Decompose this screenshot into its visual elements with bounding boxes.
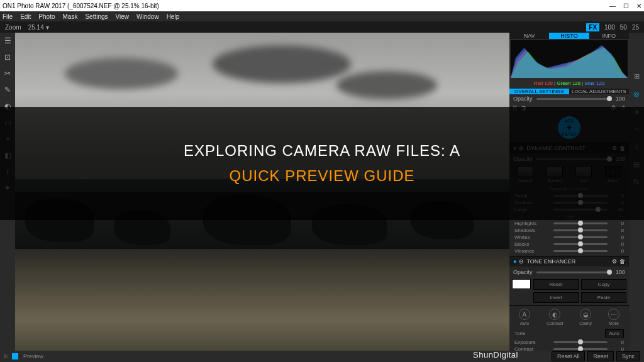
preset-more[interactable]: ⌄More bbox=[605, 166, 621, 183]
te-opacity-slider[interactable] bbox=[536, 272, 612, 273]
te-gear-icon[interactable]: ⚙ bbox=[612, 258, 617, 265]
tool-rect-icon[interactable]: ▭ bbox=[2, 117, 13, 128]
zoom-50[interactable]: 50 bbox=[620, 24, 627, 31]
menu-view[interactable]: View bbox=[116, 13, 130, 20]
dc2-slider-4[interactable] bbox=[553, 250, 608, 252]
maximize-icon[interactable]: ☐ bbox=[623, 3, 629, 9]
tab-info[interactable]: INFO bbox=[589, 33, 629, 39]
dc2-slider-1[interactable] bbox=[553, 229, 608, 231]
preset-surreal[interactable]: Surreal bbox=[547, 166, 563, 183]
reset-icon[interactable]: ↺ bbox=[620, 104, 625, 111]
zoom-25[interactable]: 25 bbox=[632, 24, 639, 31]
tab-histo[interactable]: HISTO bbox=[549, 33, 589, 39]
rgb-readout: Red 128 | Green 128 | Blue 128 bbox=[509, 79, 629, 87]
dc2-value-4: 0 bbox=[611, 248, 624, 254]
softproof-icon[interactable]: ⎚ bbox=[4, 353, 7, 359]
te-expand-icon[interactable]: ⊖ bbox=[519, 258, 524, 265]
tool-target-icon[interactable]: ⌖ bbox=[2, 133, 13, 145]
mask-view-icon[interactable]: ◑ bbox=[521, 104, 526, 111]
filter-label: FILTER bbox=[562, 132, 577, 136]
tool-effects-icon[interactable]: ✦ bbox=[2, 182, 13, 194]
tone-enhancer-header[interactable]: ● ⊖ TONE ENHANCER ⚙ 🗑 bbox=[509, 256, 629, 266]
filter-delete-icon[interactable]: 🗑 bbox=[619, 145, 625, 151]
menu-window[interactable]: Window bbox=[136, 13, 159, 20]
zoom-label: Zoom bbox=[5, 24, 21, 31]
menu-photo[interactable]: Photo bbox=[38, 13, 55, 20]
menu-settings[interactable]: Settings bbox=[85, 13, 108, 20]
image-canvas[interactable] bbox=[15, 33, 509, 351]
tool-brush-icon[interactable]: ✎ bbox=[2, 84, 13, 96]
zoom-value[interactable]: 25.14 bbox=[28, 24, 44, 31]
toggle-on-icon[interactable]: ● bbox=[513, 145, 516, 151]
te-toggle-icon[interactable]: ● bbox=[513, 258, 516, 265]
save-preset-icon[interactable]: ⎘ bbox=[513, 104, 517, 111]
dc2-slider-3[interactable] bbox=[553, 243, 608, 245]
zoom-100[interactable]: 100 bbox=[604, 24, 615, 31]
reset-all-button[interactable]: Reset All bbox=[552, 351, 586, 361]
reset-bottom-button[interactable]: Reset bbox=[587, 351, 614, 361]
tone-label-0: Exposure bbox=[514, 339, 550, 345]
tone-slider-0[interactable] bbox=[553, 341, 608, 343]
dc1-slider-2[interactable] bbox=[553, 209, 608, 211]
plus-icon: + bbox=[567, 123, 572, 132]
tab-local-adjustments[interactable]: LOCAL ADJUSTMENTS bbox=[569, 89, 629, 94]
module-layers-icon[interactable]: ⬗ bbox=[631, 106, 642, 117]
sync-button[interactable]: Sync bbox=[616, 351, 640, 361]
dc1-value-1: 0 bbox=[611, 200, 624, 206]
quick-contrast[interactable]: ◐Contrast bbox=[547, 309, 563, 326]
overall-opacity-slider[interactable] bbox=[536, 98, 612, 100]
expand-icon[interactable]: ⊖ bbox=[519, 145, 524, 151]
tab-nav[interactable]: NAV bbox=[509, 33, 549, 39]
copy-button[interactable]: Copy bbox=[581, 279, 626, 290]
tab-overall-settings[interactable]: OVERALL SETTINGS bbox=[509, 89, 569, 94]
filter-gear-icon[interactable]: ⚙ bbox=[612, 145, 617, 151]
dc2-slider-2[interactable] bbox=[553, 236, 608, 238]
invert-button[interactable]: Invert bbox=[533, 292, 579, 303]
quick-auto[interactable]: AAuto bbox=[519, 309, 530, 326]
tone-slider-1[interactable] bbox=[553, 348, 608, 350]
module-portrait-icon[interactable]: ⍉ bbox=[631, 141, 642, 152]
menu-file[interactable]: File bbox=[3, 13, 13, 20]
dc1-slider-0[interactable] bbox=[553, 195, 608, 197]
module-develop-icon[interactable]: ◎ bbox=[631, 88, 642, 99]
dynamic-contrast-header[interactable]: ● ⊖ DYNAMIC CONTRAST ⚙ 🗑 bbox=[509, 143, 629, 153]
fx-badge[interactable]: FX bbox=[586, 23, 599, 31]
reset-button[interactable]: Reset bbox=[533, 279, 579, 290]
module-browse-icon[interactable]: ⊞ bbox=[631, 70, 642, 82]
tool-mask-icon[interactable]: ◐ bbox=[2, 101, 13, 112]
tool-line-icon[interactable]: / bbox=[2, 166, 13, 177]
paste-button[interactable]: Paste bbox=[581, 292, 626, 303]
tool-trim-icon[interactable]: ✂ bbox=[2, 68, 13, 79]
menu-mask[interactable]: Mask bbox=[63, 13, 78, 20]
close-icon[interactable]: ✕ bbox=[636, 3, 641, 9]
preset-natural[interactable]: Natural bbox=[517, 166, 533, 183]
dynamic-contrast-title: DYNAMIC CONTRAST bbox=[526, 145, 586, 151]
preview-checkbox[interactable] bbox=[12, 353, 18, 359]
settings-gear-icon[interactable]: ⚙ bbox=[611, 104, 616, 111]
tool-gradient-icon[interactable]: ◧ bbox=[2, 150, 13, 161]
dc-opacity-slider[interactable] bbox=[536, 158, 612, 160]
menu-edit[interactable]: Edit bbox=[20, 13, 31, 20]
zoom-dropdown-icon[interactable]: ▾ bbox=[46, 24, 49, 31]
tone-enhancer-title: TONE ENHANCER bbox=[526, 258, 575, 265]
quick-more[interactable]: ⋯More bbox=[608, 309, 619, 326]
preset-soft[interactable]: Soft bbox=[575, 166, 592, 183]
module-effects-icon[interactable]: ✧ bbox=[631, 123, 642, 134]
tool-crop-icon[interactable]: ⊡ bbox=[2, 52, 13, 63]
dc1-slider-1[interactable] bbox=[553, 202, 608, 204]
module-resize-icon[interactable]: ▤ bbox=[631, 158, 642, 170]
module-fx-icon[interactable]: fx bbox=[631, 176, 642, 187]
dc2-value-2: 0 bbox=[611, 234, 624, 240]
overall-opacity-value: 100 bbox=[616, 96, 625, 102]
dc-opacity-label: Opacity bbox=[513, 156, 533, 162]
tool-browse-icon[interactable]: ☰ bbox=[2, 35, 13, 47]
quick-clarity[interactable]: ◒Clarity bbox=[579, 309, 592, 326]
te-opacity-value: 100 bbox=[616, 269, 625, 275]
menu-help[interactable]: Help bbox=[167, 13, 180, 20]
minimize-icon[interactable]: — bbox=[609, 3, 616, 9]
color-swatch[interactable] bbox=[512, 279, 531, 289]
dc2-slider-0[interactable] bbox=[553, 222, 608, 224]
add-filter-button[interactable]: ADD + FILTER bbox=[558, 116, 580, 139]
tone-auto-button[interactable]: Auto bbox=[605, 329, 624, 337]
te-delete-icon[interactable]: 🗑 bbox=[619, 258, 625, 265]
